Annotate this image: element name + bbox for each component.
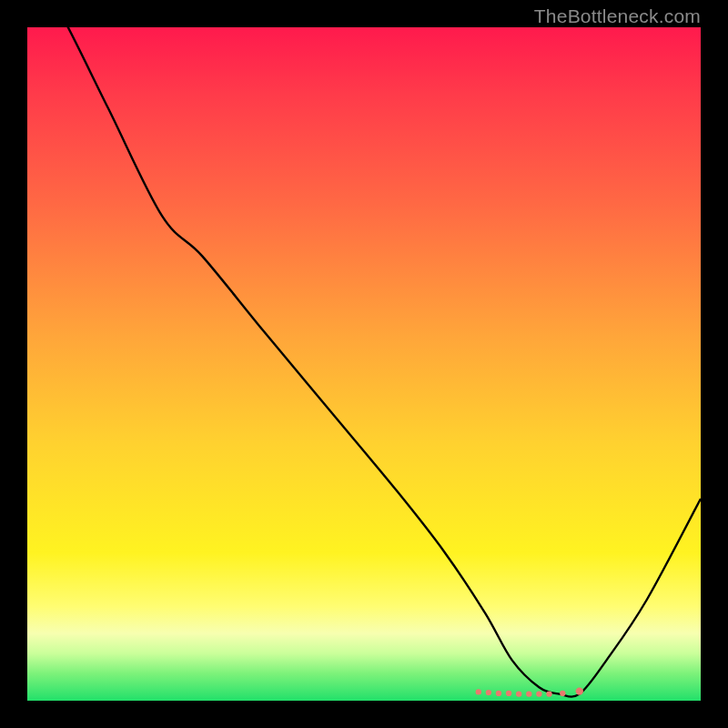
highlight-dot xyxy=(516,691,521,696)
chart-frame: TheBottleneck.com xyxy=(0,0,728,728)
highlight-dot xyxy=(506,691,511,696)
highlight-dot xyxy=(546,691,551,696)
highlight-dot xyxy=(496,691,501,696)
highlight-dot xyxy=(536,691,541,696)
highlight-dot xyxy=(476,689,481,694)
highlight-dot xyxy=(526,691,531,696)
bottleneck-curve xyxy=(27,27,701,697)
highlight-dot xyxy=(486,690,491,695)
highlight-dot xyxy=(560,691,565,696)
curve-layer xyxy=(27,27,701,701)
watermark-text: TheBottleneck.com xyxy=(534,5,701,27)
plot-area xyxy=(27,27,701,701)
highlight-dot xyxy=(576,687,583,694)
